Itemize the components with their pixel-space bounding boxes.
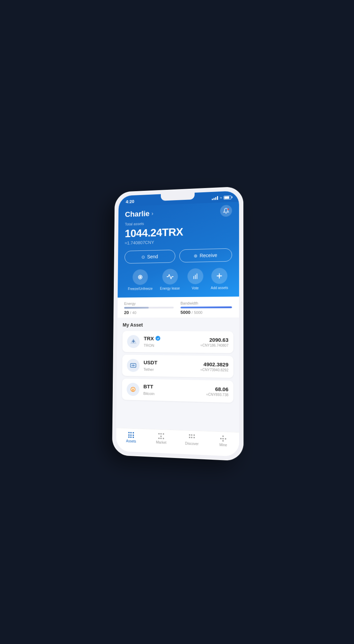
plus-icon: [216, 272, 223, 279]
asset-list: TRX TRON 2090.63: [122, 331, 233, 402]
usdt-logo: [129, 361, 137, 369]
energy-value: 20 / 40: [124, 310, 174, 315]
bandwidth-bar-bg: [180, 306, 232, 308]
nav-market[interactable]: Market: [151, 432, 171, 448]
notification-button[interactable]: [220, 205, 232, 217]
notch: [161, 193, 195, 201]
account-name-text: Charlie: [125, 209, 149, 219]
usdt-amounts: 4902.3829 ≈CNY73940.8292: [200, 361, 228, 372]
receive-icon: ⊛: [194, 253, 198, 258]
usdt-name-row: USDT: [144, 359, 196, 366]
nav-mine[interactable]: Mine: [213, 435, 234, 450]
nav-assets-label: Assets: [126, 439, 136, 443]
bell-icon: [223, 207, 229, 214]
mine-nav-icon: [220, 435, 227, 442]
hero-top: Charlie ›: [125, 205, 232, 220]
vote-icon-circle: [187, 268, 203, 284]
trx-amount: 2090.63: [200, 337, 228, 343]
svg-point-2: [140, 276, 141, 278]
asset-item-btt[interactable]: ₿ BTT Bitcoin 68.06 ≈CN: [122, 378, 233, 402]
vote-icon: [191, 272, 199, 280]
account-name[interactable]: Charlie ›: [125, 209, 153, 219]
btt-symbol: BTT: [144, 383, 154, 389]
usdt-cny: ≈CNY73940.8292: [200, 368, 228, 372]
energy-bar-fill: [124, 307, 149, 308]
trx-amounts: 2090.63 ≈CNY186.740807: [200, 337, 228, 347]
nav-assets[interactable]: Assets: [121, 431, 141, 446]
phone-wrapper: 4:20 ≈ Charlie: [112, 186, 244, 461]
vote-label: Vote: [192, 286, 199, 290]
wifi-icon: ≈: [220, 195, 222, 200]
btt-name: Bitcoin: [143, 391, 154, 396]
status-time: 4:20: [126, 198, 134, 204]
usdt-symbol: USDT: [144, 359, 157, 365]
usdt-name: Tether: [144, 367, 154, 371]
usdt-amount: 4902.3829: [200, 361, 228, 367]
trx-logo: [130, 338, 137, 345]
assets-nav-icon: [128, 432, 134, 438]
phone-screen: 4:20 ≈ Charlie: [116, 191, 239, 457]
vote-action[interactable]: Vote: [187, 268, 203, 290]
btt-cny: ≈CNY893.738: [206, 392, 228, 397]
action-buttons: ⊙ Send ⊛ Receive: [125, 248, 232, 264]
trx-cny: ≈CNY186.740807: [200, 343, 228, 347]
trx-info: TRX TRON: [144, 335, 196, 348]
market-nav-icon: [158, 433, 164, 439]
phone-device: 4:20 ≈ Charlie: [112, 186, 244, 461]
usdt-icon: [127, 359, 140, 372]
bandwidth-bar-fill: [180, 306, 232, 308]
signal-icon: [212, 196, 218, 200]
add-icon-circle: [212, 268, 228, 284]
send-icon: ⊙: [141, 254, 145, 259]
bottom-nav: Assets Market: [116, 428, 239, 457]
trx-symbol: TRX: [144, 335, 154, 341]
energy-resource-label: Energy: [124, 301, 174, 306]
nav-discover[interactable]: Discover: [181, 434, 203, 449]
btt-amounts: 68.06 ≈CNY893.738: [206, 386, 228, 397]
btt-logo: ₿: [129, 385, 137, 393]
resources-section: Energy 20 / 40 Bandwidth: [117, 296, 239, 318]
nav-discover-label: Discover: [185, 441, 198, 446]
lock-icon: [137, 273, 144, 281]
resources-grid: Energy 20 / 40 Bandwidth: [124, 301, 232, 315]
usdt-info: USDT Tether: [144, 359, 196, 372]
trx-icon: [127, 335, 140, 348]
freeze-icon-circle: [132, 269, 148, 285]
discover-nav-icon: [189, 434, 195, 441]
btt-name-row: BTT: [144, 383, 202, 390]
total-amount: 1044.24TRX: [125, 224, 232, 240]
nav-market-label: Market: [156, 440, 166, 444]
status-icons: ≈: [212, 195, 232, 200]
trx-name: TRON: [144, 343, 154, 347]
svg-point-0: [227, 208, 229, 210]
asset-item-usdt[interactable]: USDT Tether 4902.3829 ≈CNY73940.8292: [122, 355, 233, 378]
trx-verified-badge: [156, 336, 160, 340]
trx-name-row: TRX: [144, 335, 197, 341]
btt-amount: 68.06: [206, 386, 228, 392]
check-icon: [156, 337, 159, 340]
receive-button[interactable]: ⊛ Receive: [179, 248, 232, 262]
scene: 4:20 ≈ Charlie: [0, 0, 354, 644]
hero-section: Charlie › Total assets 1044.24TRX: [118, 202, 239, 297]
chevron-right-icon: ›: [151, 210, 153, 216]
assets-title: My Asset: [122, 322, 233, 328]
freeze-action[interactable]: Freeze/Unfreeze: [128, 269, 153, 291]
energy-icon-circle: [162, 268, 178, 284]
assets-section: My Asset: [116, 318, 239, 432]
bandwidth-resource: Bandwidth 5000 / 5000: [180, 301, 232, 315]
bandwidth-value: 5000 / 5000: [180, 309, 232, 315]
energy-label: Energy lease: [160, 286, 180, 290]
btt-info: BTT Bitcoin: [143, 383, 202, 397]
energy-bar-bg: [124, 307, 174, 309]
activity-icon: [166, 273, 174, 280]
add-assets-action[interactable]: Add assets: [211, 268, 228, 290]
add-assets-label: Add assets: [211, 286, 228, 290]
freeze-label: Freeze/Unfreeze: [128, 287, 153, 291]
quick-actions: Freeze/Unfreeze Energy lease: [124, 267, 232, 290]
energy-action[interactable]: Energy lease: [160, 268, 180, 290]
send-button[interactable]: ⊙ Send: [125, 249, 175, 264]
bandwidth-resource-label: Bandwidth: [180, 301, 232, 305]
energy-resource: Energy 20 / 40: [124, 301, 174, 315]
asset-item-trx[interactable]: TRX TRON 2090.63: [122, 331, 234, 353]
battery-icon: [224, 195, 231, 199]
